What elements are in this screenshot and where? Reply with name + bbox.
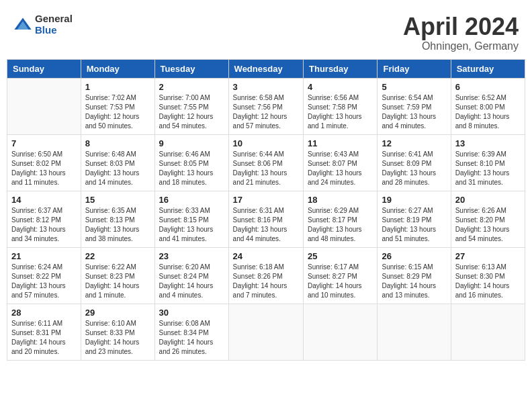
day-number: 5 xyxy=(382,82,446,92)
day-number: 17 xyxy=(233,195,299,205)
day-info: Sunrise: 7:02 AMSunset: 7:53 PMDaylight:… xyxy=(85,93,150,131)
day-number: 14 xyxy=(11,195,77,205)
day-info: Sunrise: 6:27 AMSunset: 8:19 PMDaylight:… xyxy=(382,206,446,244)
logo-general-text: General xyxy=(35,13,73,25)
day-number: 18 xyxy=(308,195,373,205)
day-info: Sunrise: 6:11 AMSunset: 8:31 PMDaylight:… xyxy=(11,319,77,357)
day-info: Sunrise: 6:10 AMSunset: 8:33 PMDaylight:… xyxy=(85,319,150,357)
day-number: 12 xyxy=(382,138,446,148)
day-info: Sunrise: 6:54 AMSunset: 7:59 PMDaylight:… xyxy=(382,93,446,131)
calendar-cell: 16Sunrise: 6:33 AMSunset: 8:15 PMDayligh… xyxy=(154,191,228,247)
header-friday: Friday xyxy=(378,59,451,78)
day-number: 15 xyxy=(85,195,150,205)
day-number: 16 xyxy=(159,195,224,205)
day-number: 20 xyxy=(455,195,521,205)
calendar-cell xyxy=(378,304,451,360)
day-info: Sunrise: 6:58 AMSunset: 7:56 PMDaylight:… xyxy=(233,93,299,131)
calendar-title: April 2024 xyxy=(403,13,519,40)
day-info: Sunrise: 6:08 AMSunset: 8:34 PMDaylight:… xyxy=(159,319,224,357)
calendar-cell: 14Sunrise: 6:37 AMSunset: 8:12 PMDayligh… xyxy=(7,191,81,247)
calendar-cell: 5Sunrise: 6:54 AMSunset: 7:59 PMDaylight… xyxy=(378,78,451,134)
day-info: Sunrise: 6:13 AMSunset: 8:30 PMDaylight:… xyxy=(455,263,521,300)
header-sunday: Sunday xyxy=(7,59,81,78)
calendar-cell: 23Sunrise: 6:20 AMSunset: 8:24 PMDayligh… xyxy=(154,247,228,304)
calendar-cell: 10Sunrise: 6:44 AMSunset: 8:06 PMDayligh… xyxy=(228,134,303,191)
day-number: 22 xyxy=(85,251,150,261)
header-thursday: Thursday xyxy=(304,59,378,78)
day-info: Sunrise: 6:15 AMSunset: 8:29 PMDaylight:… xyxy=(382,263,446,300)
day-info: Sunrise: 6:46 AMSunset: 8:05 PMDaylight:… xyxy=(159,150,224,187)
calendar-week-5: 28Sunrise: 6:11 AMSunset: 8:31 PMDayligh… xyxy=(7,304,525,360)
day-info: Sunrise: 6:35 AMSunset: 8:13 PMDaylight:… xyxy=(85,206,150,244)
calendar-header-row: SundayMondayTuesdayWednesdayThursdayFrid… xyxy=(7,59,525,78)
calendar-week-4: 21Sunrise: 6:24 AMSunset: 8:22 PMDayligh… xyxy=(7,247,525,304)
day-info: Sunrise: 6:24 AMSunset: 8:22 PMDaylight:… xyxy=(11,263,77,300)
header-monday: Monday xyxy=(81,59,154,78)
calendar-cell: 1Sunrise: 7:02 AMSunset: 7:53 PMDaylight… xyxy=(81,78,154,134)
calendar-cell: 19Sunrise: 6:27 AMSunset: 8:19 PMDayligh… xyxy=(378,191,451,247)
day-number: 8 xyxy=(85,138,150,148)
logo-blue-text: Blue xyxy=(35,25,73,36)
calendar-week-3: 14Sunrise: 6:37 AMSunset: 8:12 PMDayligh… xyxy=(7,191,525,247)
day-info: Sunrise: 7:00 AMSunset: 7:55 PMDaylight:… xyxy=(159,93,224,131)
day-info: Sunrise: 6:48 AMSunset: 8:03 PMDaylight:… xyxy=(85,150,150,187)
day-number: 7 xyxy=(11,138,77,148)
calendar-cell: 4Sunrise: 6:56 AMSunset: 7:58 PMDaylight… xyxy=(304,78,378,134)
calendar-cell: 2Sunrise: 7:00 AMSunset: 7:55 PMDaylight… xyxy=(154,78,228,134)
day-number: 11 xyxy=(308,138,373,148)
title-block: April 2024 Ohningen, Germany xyxy=(403,13,519,52)
day-number: 13 xyxy=(455,138,521,148)
day-number: 2 xyxy=(159,82,224,92)
logo-text: General Blue xyxy=(35,13,73,36)
day-info: Sunrise: 6:50 AMSunset: 8:02 PMDaylight:… xyxy=(11,150,77,187)
day-number: 19 xyxy=(382,195,446,205)
page-header: General Blue April 2024 Ohningen, German… xyxy=(7,7,525,56)
day-number: 6 xyxy=(455,82,521,92)
day-info: Sunrise: 6:56 AMSunset: 7:58 PMDaylight:… xyxy=(308,93,373,131)
header-tuesday: Tuesday xyxy=(154,59,228,78)
day-number: 10 xyxy=(233,138,299,148)
day-info: Sunrise: 6:17 AMSunset: 8:27 PMDaylight:… xyxy=(308,263,373,300)
calendar-cell: 6Sunrise: 6:52 AMSunset: 8:00 PMDaylight… xyxy=(451,78,525,134)
day-info: Sunrise: 6:44 AMSunset: 8:06 PMDaylight:… xyxy=(233,150,299,187)
day-info: Sunrise: 6:18 AMSunset: 8:26 PMDaylight:… xyxy=(233,263,299,300)
day-number: 25 xyxy=(308,251,373,261)
day-info: Sunrise: 6:37 AMSunset: 8:12 PMDaylight:… xyxy=(11,206,77,244)
calendar-cell: 17Sunrise: 6:31 AMSunset: 8:16 PMDayligh… xyxy=(228,191,303,247)
calendar-cell xyxy=(7,78,81,134)
calendar-cell: 29Sunrise: 6:10 AMSunset: 8:33 PMDayligh… xyxy=(81,304,154,360)
day-number: 21 xyxy=(11,251,77,261)
day-info: Sunrise: 6:43 AMSunset: 8:07 PMDaylight:… xyxy=(308,150,373,187)
day-number: 3 xyxy=(233,82,299,92)
day-number: 24 xyxy=(233,251,299,261)
calendar-cell: 30Sunrise: 6:08 AMSunset: 8:34 PMDayligh… xyxy=(154,304,228,360)
calendar-cell: 9Sunrise: 6:46 AMSunset: 8:05 PMDaylight… xyxy=(154,134,228,191)
calendar-cell: 13Sunrise: 6:39 AMSunset: 8:10 PMDayligh… xyxy=(451,134,525,191)
calendar-cell: 15Sunrise: 6:35 AMSunset: 8:13 PMDayligh… xyxy=(81,191,154,247)
day-number: 28 xyxy=(11,308,77,318)
logo: General Blue xyxy=(13,13,73,36)
day-number: 30 xyxy=(159,308,224,318)
calendar-week-1: 1Sunrise: 7:02 AMSunset: 7:53 PMDaylight… xyxy=(7,78,525,134)
calendar-cell: 20Sunrise: 6:26 AMSunset: 8:20 PMDayligh… xyxy=(451,191,525,247)
calendar-cell: 27Sunrise: 6:13 AMSunset: 8:30 PMDayligh… xyxy=(451,247,525,304)
day-number: 9 xyxy=(159,138,224,148)
calendar-cell: 25Sunrise: 6:17 AMSunset: 8:27 PMDayligh… xyxy=(304,247,378,304)
calendar-cell: 11Sunrise: 6:43 AMSunset: 8:07 PMDayligh… xyxy=(304,134,378,191)
header-saturday: Saturday xyxy=(451,59,525,78)
logo-icon xyxy=(13,15,32,34)
day-info: Sunrise: 6:22 AMSunset: 8:23 PMDaylight:… xyxy=(85,263,150,300)
day-number: 29 xyxy=(85,308,150,318)
header-wednesday: Wednesday xyxy=(228,59,303,78)
calendar-cell xyxy=(304,304,378,360)
day-info: Sunrise: 6:33 AMSunset: 8:15 PMDaylight:… xyxy=(159,206,224,244)
calendar-cell: 24Sunrise: 6:18 AMSunset: 8:26 PMDayligh… xyxy=(228,247,303,304)
day-number: 27 xyxy=(455,251,521,261)
day-info: Sunrise: 6:26 AMSunset: 8:20 PMDaylight:… xyxy=(455,206,521,244)
calendar-cell: 8Sunrise: 6:48 AMSunset: 8:03 PMDaylight… xyxy=(81,134,154,191)
calendar-location: Ohningen, Germany xyxy=(403,40,519,52)
calendar-week-2: 7Sunrise: 6:50 AMSunset: 8:02 PMDaylight… xyxy=(7,134,525,191)
day-number: 4 xyxy=(308,82,373,92)
calendar-cell: 7Sunrise: 6:50 AMSunset: 8:02 PMDaylight… xyxy=(7,134,81,191)
day-info: Sunrise: 6:52 AMSunset: 8:00 PMDaylight:… xyxy=(455,93,521,131)
